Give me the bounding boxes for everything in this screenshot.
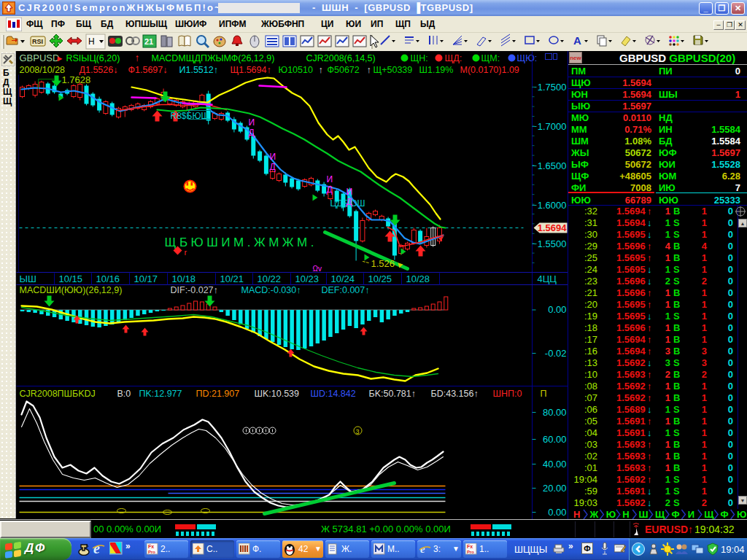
svg-text:М(0.0170)1.09: М(0.0170)1.09 <box>460 65 519 75</box>
svg-text:Н: Н <box>573 509 580 520</box>
svg-text:0.00: 0.00 <box>548 304 566 315</box>
svg-text:GBPUSD: GBPUSD <box>20 52 60 63</box>
svg-text:0.00: 0.00 <box>548 507 566 518</box>
svg-text:Д1.5526↓: Д1.5526↓ <box>80 65 118 75</box>
svg-text:10/23: 10/23 <box>295 273 320 284</box>
svg-text:Ф: Ф <box>671 509 679 520</box>
svg-text:-0.02: -0.02 <box>545 348 567 359</box>
svg-text:1.7628: 1.7628 <box>62 74 91 85</box>
svg-text:20.00: 20.00 <box>543 483 567 494</box>
svg-text:►: ► <box>56 54 64 63</box>
svg-text:Ш: Ш <box>639 509 649 520</box>
svg-text:A: A <box>573 34 581 47</box>
svg-text:Fx: Fx <box>467 544 473 549</box>
svg-text:↑: ↑ <box>135 52 140 63</box>
svg-text:1.5694: 1.5694 <box>538 222 568 233</box>
svg-text:ПD:21.907: ПD:21.907 <box>196 389 240 399</box>
svg-text:1.7500: 1.7500 <box>538 82 567 93</box>
svg-text:Ю: Ю <box>606 509 616 520</box>
svg-text:1.6500: 1.6500 <box>538 160 567 171</box>
svg-text:DEF:0.007↑: DEF:0.007↑ <box>322 285 370 295</box>
svg-text:1.7000: 1.7000 <box>538 121 567 132</box>
svg-text:RSIЫЦ(6,20): RSIЫЦ(6,20) <box>66 53 120 63</box>
svg-text:CJR2008(6,14,5): CJR2008(6,14,5) <box>306 53 376 63</box>
svg-text:Щ: Щ <box>655 509 665 520</box>
svg-text:3: 3 <box>356 428 360 435</box>
svg-text:MACDШИ(ЮЮ)(26,12,9): MACDШИ(ЮЮ)(26,12,9) <box>20 285 123 295</box>
svg-text:Щ1.5694↑: Щ1.5694↑ <box>231 65 271 75</box>
svg-text:RSI: RSI <box>32 38 43 45</box>
svg-text:Fx: Fx <box>148 544 154 549</box>
svg-text:ШD:14.842: ШD:14.842 <box>311 389 356 399</box>
svg-text:10/18: 10/18 <box>172 273 196 284</box>
svg-text:MACD:-0.030↑: MACD:-0.030↑ <box>241 285 301 295</box>
svg-text:DIF:-0.027↑: DIF:-0.027↑ <box>171 285 218 295</box>
svg-text:2008/10/28: 2008/10/28 <box>20 65 66 75</box>
svg-text:10/22: 10/22 <box>258 273 282 284</box>
svg-text:Ш1.19%: Ш1.19% <box>419 65 454 75</box>
svg-text:40.00: 40.00 <box>543 459 567 470</box>
svg-text:1.526: 1.526 <box>371 258 395 269</box>
svg-text:БK:50.781↑: БK:50.781↑ <box>369 389 417 399</box>
svg-text:ЫШ: ЫШ <box>20 273 36 284</box>
svg-text:60.00: 60.00 <box>543 434 567 445</box>
svg-text:r: r <box>185 248 187 257</box>
svg-text:Ωv: Ωv <box>313 265 322 273</box>
svg-text:ЩЮ:: ЩЮ: <box>517 53 538 63</box>
svg-text:ШK:10.539: ШK:10.539 <box>255 389 300 399</box>
svg-text:БD:43.156↑: БD:43.156↑ <box>431 389 479 399</box>
svg-text:10/16: 10/16 <box>96 273 120 284</box>
svg-text:80.00: 80.00 <box>543 407 567 418</box>
svg-text:Щ+50339: Щ+50339 <box>374 65 413 75</box>
svg-text:ЩН:: ЩН: <box>411 53 428 63</box>
svg-text:Ф50672: Ф50672 <box>328 65 360 75</box>
svg-text:Pro: Pro <box>148 550 155 554</box>
svg-text:И: И <box>270 152 276 162</box>
svg-text:Ф: Ф <box>721 509 729 520</box>
svg-text:Д: Д <box>347 197 352 207</box>
svg-text:1.5500: 1.5500 <box>538 238 567 249</box>
svg-text:ШНП:0: ШНП:0 <box>493 389 522 399</box>
svg-text:Pro: Pro <box>467 550 474 554</box>
svg-text:И: И <box>688 509 694 520</box>
svg-text:И: И <box>249 117 255 128</box>
svg-text:Ю10510: Ю10510 <box>279 65 313 75</box>
svg-text:e: e <box>93 541 100 556</box>
svg-text:↑: ↑ <box>319 65 323 75</box>
svg-text:И: И <box>347 187 353 197</box>
svg-text:Ю: Ю <box>737 509 746 520</box>
svg-text:Н: Н <box>88 36 95 47</box>
svg-text:ЩБЮШИМ.ЖМЖМ.: ЩБЮШИМ.ЖМЖМ. <box>165 236 317 249</box>
svg-text:CJR2008ПШБKDJ: CJR2008ПШБKDJ <box>20 389 96 399</box>
svg-text:ЩМ:: ЩМ: <box>481 53 500 63</box>
svg-text:ЩД:: ЩД: <box>445 53 462 63</box>
svg-text:10/17: 10/17 <box>134 273 158 284</box>
svg-text:10/24: 10/24 <box>331 273 355 284</box>
svg-text:4ЦЦ: 4ЦЦ <box>538 273 557 284</box>
svg-text:Д: Д <box>249 128 255 138</box>
svg-text:Ф1.5697↓: Ф1.5697↓ <box>128 65 168 75</box>
svg-text:Ж: Ж <box>589 509 598 520</box>
svg-text:И: И <box>327 174 333 184</box>
svg-text:Д: Д <box>270 162 276 172</box>
svg-text:Щ: Щ <box>704 509 714 520</box>
svg-text:ПK:12.977: ПK:12.977 <box>139 389 182 399</box>
svg-text:↑: ↑ <box>367 65 371 75</box>
svg-text:21: 21 <box>144 37 153 46</box>
svg-text:10/28: 10/28 <box>406 273 430 284</box>
svg-text:1.6000: 1.6000 <box>538 200 567 211</box>
svg-text:П: П <box>541 389 547 399</box>
svg-text:Н: Н <box>622 509 629 520</box>
svg-text:Д: Д <box>327 184 333 195</box>
svg-text:10/21: 10/21 <box>220 273 244 284</box>
svg-text:MACDМЩДПЖЫМФ(26,12,9): MACDМЩДПЖЫМФ(26,12,9) <box>152 53 275 63</box>
svg-text:И1.5512↑: И1.5512↑ <box>179 65 218 75</box>
svg-text:10/15: 10/15 <box>59 273 83 284</box>
svg-text:10/25: 10/25 <box>368 273 392 284</box>
svg-text:B:0: B:0 <box>117 389 131 399</box>
